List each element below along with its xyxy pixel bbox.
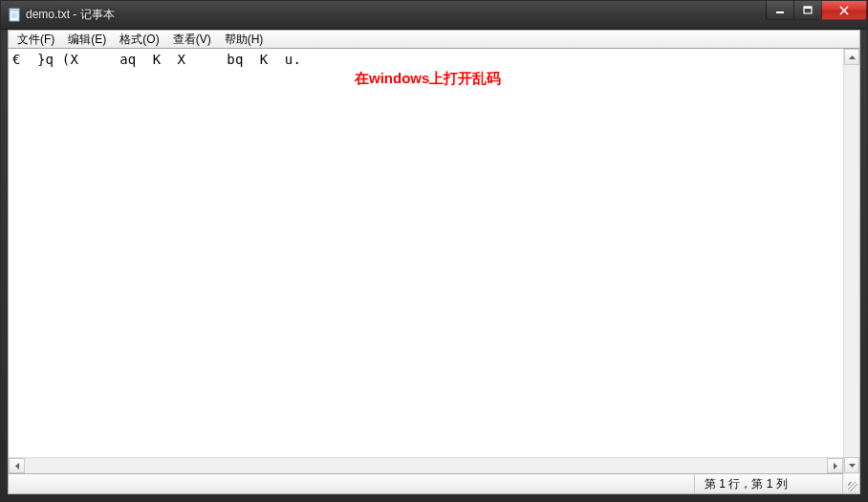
- vertical-scroll-track[interactable]: [844, 65, 859, 457]
- menu-edit[interactable]: 编辑(E): [61, 31, 113, 48]
- window-title: demo.txt - 记事本: [26, 7, 115, 23]
- editor-content: € }q (X aq K X bq K u.: [12, 51, 856, 68]
- scroll-down-button[interactable]: [844, 457, 859, 473]
- scroll-left-button[interactable]: [9, 458, 25, 473]
- notepad-icon: [7, 8, 22, 23]
- scroll-right-button[interactable]: [827, 458, 843, 473]
- annotation-text: 在windows上打开乱码: [355, 70, 501, 87]
- notepad-window: demo.txt - 记事本 文件(F) 编辑(E) 格式(O) 查看(V) 帮…: [0, 0, 868, 502]
- statusbar: 第 1 行，第 1 列: [8, 473, 860, 494]
- svg-rect-7: [804, 7, 812, 9]
- menu-file[interactable]: 文件(F): [11, 31, 61, 48]
- window-controls: [767, 1, 867, 20]
- editor-container: € }q (X aq K X bq K u. 在windows上打开乱码: [8, 49, 860, 473]
- minimize-button[interactable]: [766, 1, 794, 20]
- resize-grip[interactable]: [842, 474, 859, 493]
- menu-help[interactable]: 帮助(H): [218, 31, 271, 48]
- horizontal-scroll-track[interactable]: [25, 458, 827, 473]
- menu-view[interactable]: 查看(V): [166, 31, 218, 48]
- menu-format[interactable]: 格式(O): [113, 31, 165, 48]
- maximize-button[interactable]: [793, 1, 822, 20]
- vertical-scrollbar[interactable]: [843, 49, 859, 473]
- svg-rect-5: [776, 11, 784, 13]
- status-position: 第 1 行，第 1 列: [694, 474, 842, 493]
- horizontal-scroll-row: [9, 457, 859, 473]
- horizontal-scrollbar[interactable]: [9, 458, 843, 473]
- scroll-up-button[interactable]: [844, 49, 859, 65]
- client-area: 文件(F) 编辑(E) 格式(O) 查看(V) 帮助(H) € }q (X aq…: [1, 30, 867, 501]
- close-button[interactable]: [821, 1, 867, 20]
- titlebar[interactable]: demo.txt - 记事本: [1, 1, 867, 30]
- text-editor[interactable]: € }q (X aq K X bq K u. 在windows上打开乱码: [9, 49, 859, 457]
- svg-rect-1: [10, 9, 19, 11]
- menubar: 文件(F) 编辑(E) 格式(O) 查看(V) 帮助(H): [8, 30, 860, 49]
